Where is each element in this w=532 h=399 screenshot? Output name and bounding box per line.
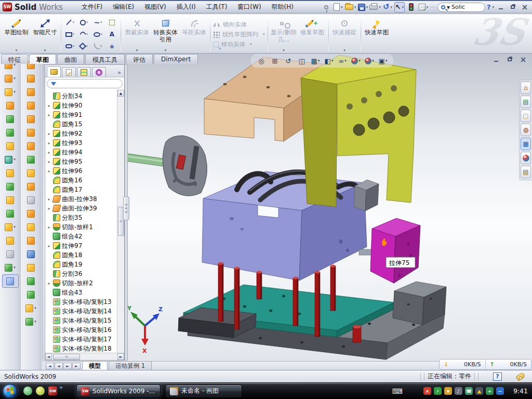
model-part-core-block[interactable] <box>202 171 378 281</box>
undo-button[interactable]: ↺▾ <box>382 2 393 12</box>
surface-tool-button[interactable] <box>23 139 39 153</box>
surface-tool-button[interactable] <box>23 180 39 193</box>
view-settings-button[interactable]: ▣▾ <box>377 55 389 66</box>
scrollbar-thumb[interactable]: ≡ <box>53 354 80 360</box>
doc-restore-button[interactable] <box>505 56 514 63</box>
tree-item[interactable]: 圆角15 <box>47 119 117 129</box>
feature-tool-button[interactable] <box>2 234 19 247</box>
scroll-left-icon[interactable]: ◄ <box>45 353 52 360</box>
first-tab-icon[interactable]: ◄ <box>46 363 54 369</box>
feature-tool-button[interactable]: ▾ <box>2 153 19 166</box>
dropdown-arrow-icon[interactable]: ▾ <box>14 157 16 162</box>
feature-tool-button[interactable] <box>2 139 19 153</box>
command-tab[interactable]: 曲面 <box>57 54 84 64</box>
last-tab-icon[interactable]: ► <box>72 363 81 369</box>
surface-tool-button[interactable] <box>23 153 39 166</box>
expand-arrow-icon[interactable]: ▸ <box>47 131 51 136</box>
command-tab[interactable]: DimXpert <box>154 54 198 64</box>
surface-tool-button[interactable] <box>23 234 39 247</box>
quicklaunch-messenger-icon[interactable] <box>23 387 32 395</box>
configurationmanager-tab[interactable] <box>77 67 91 77</box>
update-badge-tray-icon[interactable]: ★ <box>444 387 452 395</box>
scroll-right-icon[interactable]: ► <box>117 353 124 360</box>
tree-item[interactable]: ▸拉伸96 <box>47 166 117 176</box>
document-tab[interactable]: 运动算例 1 <box>109 361 152 370</box>
sketch-ellipse-button[interactable]: ▾ <box>91 29 105 41</box>
tree-item[interactable]: 实体-移动/复制16 <box>47 325 117 335</box>
feature-tool-button[interactable]: ▾ <box>2 261 19 274</box>
rebuild-button[interactable] <box>406 2 417 12</box>
quick-snaps-button[interactable]: 快速捕捉 ▾ <box>330 16 359 52</box>
feature-tool-button[interactable] <box>2 193 19 207</box>
dropdown-arrow-icon[interactable]: ▾ <box>354 5 356 9</box>
tree-vertical-scrollbar[interactable]: ▲ ≡ <box>117 90 124 353</box>
tree-item[interactable]: 分割36 <box>47 269 117 278</box>
repair-sketch-button[interactable]: + 修复草图 <box>298 16 327 52</box>
tree-item[interactable]: 组合42 <box>47 232 117 241</box>
tree-item[interactable]: ▸拉伸91 <box>47 110 117 119</box>
model-part-stop-pin[interactable] <box>353 325 361 343</box>
tree-item[interactable]: 圆角18 <box>47 250 117 260</box>
next-tab-icon[interactable]: ► <box>63 363 72 369</box>
feature-tool-button[interactable] <box>2 126 19 139</box>
sketch-spline-button[interactable]: ~▾ <box>91 17 105 29</box>
expand-arrow-icon[interactable]: ▸ <box>47 169 51 174</box>
sketch-line-button[interactable]: ▾ <box>63 17 77 29</box>
expand-arrow-icon[interactable]: ▸ <box>47 113 51 117</box>
surface-tool-button[interactable] <box>23 261 39 274</box>
print-button[interactable]: ▾ <box>369 2 381 12</box>
sketch-polygon-button[interactable]: ▾ <box>77 41 91 52</box>
move-entities-button[interactable]: 移动实体 ▾ <box>213 41 265 48</box>
defender-tray-icon[interactable]: + <box>486 387 494 395</box>
surface-tool-button[interactable] <box>23 220 39 234</box>
tree-item[interactable]: 圆角19 <box>47 260 117 269</box>
feature-tool-button[interactable]: ▾ <box>2 72 19 85</box>
tree-item[interactable]: 实体-移动/复制17 <box>47 335 117 344</box>
feature-tool-button[interactable]: ▾ <box>2 220 19 234</box>
tree-item[interactable]: ▸拉伸92 <box>47 129 117 138</box>
dropdown-arrow-icon[interactable]: ▾ <box>14 265 16 270</box>
surface-tool-button[interactable]: ▾ <box>23 301 39 315</box>
new-document-button[interactable]: ▾ <box>333 2 343 12</box>
dropdown-arrow-icon[interactable]: ▾ <box>427 5 429 9</box>
hide-show-items-button[interactable]: ∞▾ <box>336 55 349 66</box>
dropdown-arrow-icon[interactable]: ▾ <box>341 5 343 9</box>
quicklaunch-antivirus-icon[interactable] <box>36 387 45 395</box>
tree-item[interactable]: ▸拉伸94 <box>47 148 117 157</box>
security-alert-tray-icon[interactable]: × <box>423 387 431 395</box>
feature-tool-button[interactable] <box>2 166 19 180</box>
doc-close-button[interactable]: × <box>518 56 528 63</box>
taskbar-window-button[interactable]: 未命名 - 画图 <box>165 384 242 398</box>
minimize-window-button[interactable] <box>496 3 506 11</box>
save-button[interactable]: ▾ <box>357 2 368 12</box>
feature-tool-button[interactable] <box>2 274 19 288</box>
expand-arrow-icon[interactable]: ▸ <box>47 206 51 211</box>
open-document-button[interactable]: ▾ <box>345 2 356 12</box>
surface-tool-button[interactable] <box>23 85 39 99</box>
dimxpertmanager-tab[interactable] <box>92 67 106 77</box>
zoom-fit-button[interactable]: ◎ <box>255 55 268 66</box>
expand-arrow-icon[interactable]: ▸ <box>47 197 51 202</box>
feature-tool-button[interactable] <box>2 247 19 261</box>
tree-item[interactable]: ▸拉伸90 <box>47 101 117 110</box>
zoom-area-button[interactable]: ⊞ <box>269 55 281 66</box>
apply-scene-button[interactable]: ▾ <box>363 55 376 66</box>
tree-item[interactable]: ▸拉伸93 <box>47 138 117 148</box>
section-view-button[interactable]: ◫ <box>296 55 308 66</box>
tree-item[interactable]: ▸曲面-拉伸38 <box>47 194 117 204</box>
tree-item[interactable]: ▸拉伸95 <box>47 157 117 166</box>
view-orientation-button[interactable]: ▦▾ <box>309 55 322 66</box>
tree-item[interactable]: 实体-移动/复制15 <box>47 316 117 325</box>
smart-dimension-button[interactable]: 智能尺寸 ▾ <box>31 16 59 52</box>
dropdown-arrow-icon[interactable]: ▾ <box>379 5 381 9</box>
surface-tool-button[interactable] <box>23 274 39 288</box>
convert-entities-button[interactable]: 转换实体引用 ▾ <box>151 16 180 52</box>
sketch-circle-button[interactable]: ▾ <box>77 17 91 29</box>
rapid-sketch-button[interactable]: 快速草图 <box>363 16 391 52</box>
tree-horizontal-scrollbar[interactable]: ◄ ≡ ► <box>45 353 124 360</box>
sketch-marquee-button[interactable] <box>105 17 119 29</box>
featuremanager-tab[interactable] <box>47 66 61 77</box>
scroll-up-icon[interactable]: ▲ <box>117 90 124 97</box>
splitter-handle[interactable] <box>123 196 129 220</box>
sketch-fillet-button[interactable]: ▾ <box>91 41 105 52</box>
